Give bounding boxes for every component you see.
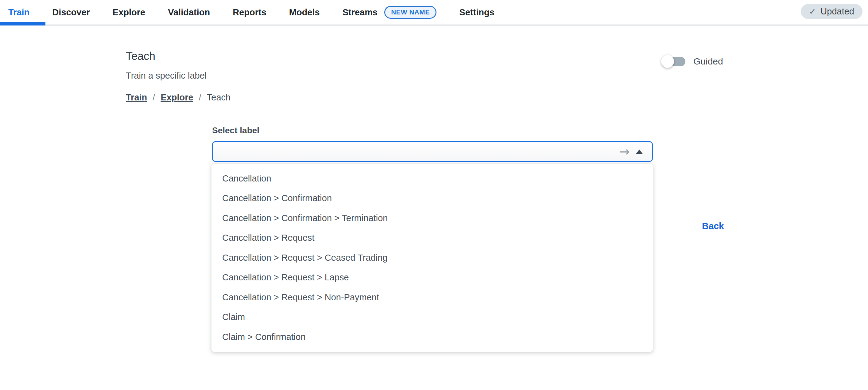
tab-label: Explore — [113, 7, 145, 18]
tab-label: Validation — [168, 7, 210, 18]
tab-label: Discover — [52, 7, 90, 18]
tab-models[interactable]: Models — [289, 7, 320, 18]
label-select-input[interactable]: → — [212, 141, 653, 162]
status-badge: ✓ Updated — [801, 4, 863, 19]
page-title: Teach — [126, 50, 155, 63]
tab-reports[interactable]: Reports — [232, 7, 267, 18]
breadcrumb-train[interactable]: Train — [126, 92, 147, 102]
main-content: Teach Train a specific label Train/Explo… — [0, 26, 868, 390]
dropdown-option[interactable]: Cancellation > Confirmation — [212, 188, 653, 209]
guided-toggle-group: Guided — [662, 55, 723, 68]
dropdown-option[interactable]: Cancellation — [212, 169, 653, 188]
tab-label: Streams — [343, 7, 377, 18]
check-icon: ✓ — [809, 7, 816, 16]
breadcrumb-separator: / — [153, 92, 155, 102]
tab-label: Models — [289, 7, 320, 18]
toggle-knob — [661, 55, 674, 68]
tab-label: Reports — [232, 7, 267, 18]
page-subtitle: Train a specific label — [126, 70, 207, 81]
dropdown-option[interactable]: Claim > Confirmation — [212, 327, 653, 347]
breadcrumb-separator: / — [199, 92, 202, 102]
tab-label: Settings — [459, 7, 494, 18]
tab-settings[interactable]: Settings — [459, 7, 494, 18]
tab-train[interactable]: Train — [8, 7, 29, 18]
guided-toggle-label: Guided — [693, 56, 723, 67]
active-tab-underline — [0, 22, 45, 26]
tab-discover[interactable]: Discover — [52, 7, 90, 18]
dropdown-option[interactable]: Cancellation > Confirmation > Terminatio… — [212, 208, 653, 228]
top-nav: TrainDiscoverExploreValidationReportsMod… — [0, 0, 868, 26]
arrow-right-icon[interactable]: → — [619, 145, 630, 158]
caret-up-icon[interactable] — [636, 150, 643, 154]
breadcrumb-explore[interactable]: Explore — [160, 92, 193, 102]
back-link[interactable]: Back — [702, 221, 724, 231]
new-name-badge: NEW NAME — [384, 6, 436, 19]
dropdown-option[interactable]: Cancellation > Request — [212, 228, 653, 248]
tab-streams[interactable]: StreamsNEW NAME — [343, 6, 437, 19]
breadcrumb: Train/Explore/Teach — [126, 92, 230, 102]
select-label: Select label — [212, 126, 259, 136]
breadcrumb-teach: Teach — [207, 92, 230, 102]
tab-explore[interactable]: Explore — [113, 7, 145, 18]
status-label: Updated — [820, 6, 854, 17]
tab-label: Train — [8, 7, 29, 18]
nav-items: TrainDiscoverExploreValidationReportsMod… — [8, 0, 494, 25]
guided-toggle[interactable] — [662, 57, 685, 66]
dropdown-option[interactable]: Cancellation > Request > Non-Payment — [212, 288, 653, 307]
dropdown-option[interactable]: Cancellation > Request > Lapse — [212, 268, 653, 288]
dropdown-option[interactable]: Cancellation > Request > Ceased Trading — [212, 248, 653, 268]
label-dropdown: CancellationCancellation > ConfirmationC… — [212, 164, 653, 352]
tab-validation[interactable]: Validation — [168, 7, 210, 18]
dropdown-option[interactable]: Claim — [212, 307, 653, 327]
